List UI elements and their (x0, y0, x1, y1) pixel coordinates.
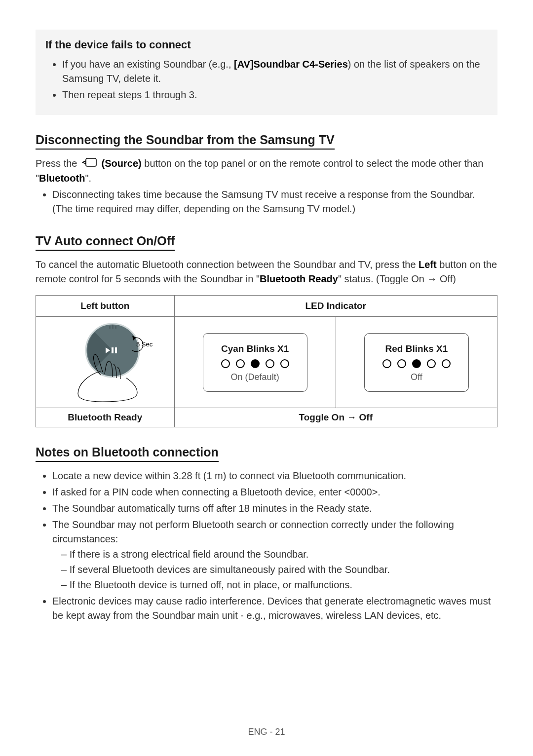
cyan-dots (221, 359, 289, 368)
svg-rect-5 (112, 347, 114, 353)
callout-fails-to-connect: If the device fails to connect If you ha… (36, 30, 497, 115)
note-sub-2: If several Bluetooth devices are simulta… (61, 563, 497, 577)
cyan-sub: On (Default) (221, 372, 289, 382)
heading-disconnecting: Disconnecting the Soundbar from the Sams… (36, 133, 335, 150)
disconnect-instruction: Press the (Source) button on the top pan… (36, 156, 497, 186)
svg-rect-8 (112, 325, 114, 329)
remote-left-button-icon: 5 Sec (53, 321, 157, 403)
callout-item-1: If you have an existing Soundbar (e.g., … (62, 57, 488, 86)
th-led-indicator: LED Indicator (174, 296, 497, 317)
led-dot-icon (236, 359, 245, 368)
svg-rect-0 (86, 158, 96, 166)
callout-heading: If the device fails to connect (45, 38, 488, 51)
section-notes: Notes on Bluetooth connection Locate a n… (36, 445, 497, 623)
disconnect-list: Disconnecting takes time because the Sam… (52, 188, 497, 216)
led-dot-icon (382, 359, 391, 368)
td-cyan-indicator: Cyan Blinks X1 On (Default) (174, 317, 336, 408)
note-item-4: The Soundbar may not perform Bluetooth s… (52, 518, 497, 592)
disconnect-bullet: Disconnecting takes time because the Sam… (52, 188, 497, 216)
section-disconnecting: Disconnecting the Soundbar from the Sams… (36, 133, 497, 216)
callout-list: If you have an existing Soundbar (e.g., … (62, 57, 488, 102)
note-sub-3: If the Bluetooth device is turned off, n… (61, 578, 497, 592)
callout-item-2: Then repeat steps 1 through 3. (62, 88, 488, 102)
note-item-3: The Soundbar automatically turns off aft… (52, 501, 497, 516)
note-sub-1: If there is a strong electrical field ar… (61, 547, 497, 562)
td-remote-diagram: 5 Sec (36, 317, 175, 408)
heading-notes: Notes on Bluetooth connection (36, 445, 219, 462)
td-toggle: Toggle On → Off (174, 408, 497, 427)
td-bluetooth-ready: Bluetooth Ready (36, 408, 175, 427)
red-sub: Off (382, 372, 451, 382)
led-dot-icon (442, 359, 451, 368)
note-item-1: Locate a new device within 3.28 ft (1 m)… (52, 469, 497, 483)
page-footer: ENG - 21 (0, 727, 533, 737)
th-left-button: Left button (36, 296, 175, 317)
led-dot-icon (427, 359, 436, 368)
led-indicator-table: Left button LED Indicator (36, 295, 497, 427)
notes-list: Locate a new device within 3.28 ft (1 m)… (52, 469, 497, 623)
led-dot-icon (397, 359, 406, 368)
note-item-5: Electronic devices may cause radio inter… (52, 594, 497, 623)
svg-rect-9 (115, 326, 116, 329)
cyan-title: Cyan Blinks X1 (221, 343, 289, 354)
led-dot-filled-icon (412, 359, 421, 368)
led-dot-icon (280, 359, 289, 368)
td-red-indicator: Red Blinks X1 Off (336, 317, 497, 408)
heading-tv-auto: TV Auto connect On/Off (36, 234, 175, 251)
source-icon (81, 157, 97, 171)
svg-rect-7 (109, 326, 111, 329)
five-sec-label: 5 Sec (136, 340, 153, 348)
led-dot-icon (266, 359, 274, 368)
svg-rect-6 (115, 347, 117, 353)
section-tv-auto: TV Auto connect On/Off To cancel the aut… (36, 234, 497, 427)
note-item-2: If asked for a PIN code when connecting … (52, 485, 497, 499)
red-title: Red Blinks X1 (382, 343, 451, 354)
led-dot-filled-icon (251, 359, 260, 368)
auto-instruction: To cancel the automatic Bluetooth connec… (36, 258, 497, 286)
notes-sublist: If there is a strong electrical field ar… (61, 547, 497, 592)
led-dot-icon (221, 359, 230, 368)
red-dots (382, 359, 451, 368)
